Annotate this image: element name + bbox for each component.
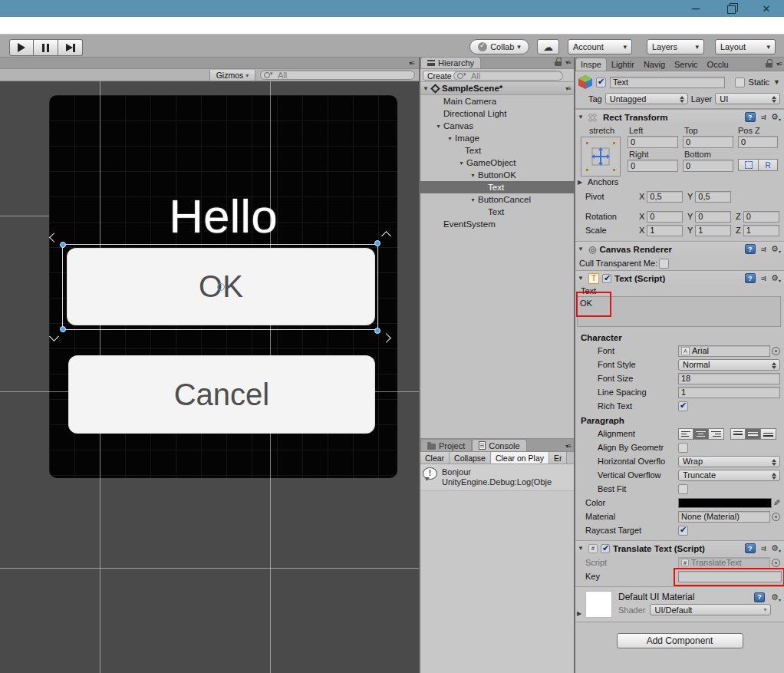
collab-dropdown[interactable]: Collab xyxy=(469,39,529,54)
error-pause-button[interactable]: Er xyxy=(549,452,568,464)
align-right-button[interactable] xyxy=(709,428,724,440)
ok-ui-button[interactable]: OK xyxy=(67,248,375,325)
font-field[interactable]: Arial xyxy=(678,345,770,357)
font-size-field[interactable]: 18 xyxy=(678,373,780,384)
layer-dropdown[interactable]: UI xyxy=(715,93,780,104)
gear-icon[interactable] xyxy=(771,543,781,553)
restore-button[interactable] xyxy=(713,0,749,17)
canvas-renderer-header[interactable]: Canvas Renderer xyxy=(575,241,784,256)
rotation-z-field[interactable]: 0 xyxy=(743,211,779,223)
translate-enabled-checkbox[interactable] xyxy=(601,544,610,553)
hierarchy-item-directional-light[interactable]: Directional Light xyxy=(420,107,574,120)
foldout-arrow[interactable] xyxy=(578,246,585,252)
hierarchy-item-gameobject[interactable]: GameObject xyxy=(420,157,574,169)
layout-dropdown[interactable]: Layout xyxy=(715,39,776,54)
hierarchy-item-eventsystem[interactable]: EventSystem xyxy=(420,218,574,230)
play-button[interactable] xyxy=(9,39,34,56)
line-spacing-field[interactable]: 1 xyxy=(678,387,780,398)
anchors-foldout[interactable]: Anchors xyxy=(578,177,618,186)
clear-on-play-button[interactable]: Clear on Play xyxy=(491,452,549,464)
foldout-arrow[interactable] xyxy=(578,275,585,282)
name-field[interactable]: Text xyxy=(610,77,725,88)
hierarchy-item-text2[interactable]: Text xyxy=(420,206,574,218)
object-picker-icon[interactable] xyxy=(772,559,780,567)
lock-icon[interactable] xyxy=(766,61,772,68)
rotation-y-field[interactable]: 0 xyxy=(695,211,731,223)
help-icon[interactable] xyxy=(745,543,756,553)
help-icon[interactable] xyxy=(745,112,756,122)
foldout-arrow[interactable] xyxy=(436,124,443,129)
hierarchy-item-image[interactable]: Image xyxy=(420,132,574,144)
account-dropdown[interactable]: Account xyxy=(568,39,632,54)
foldout-arrow[interactable] xyxy=(459,160,466,166)
cancel-ui-button[interactable]: Cancel xyxy=(68,355,375,434)
text-script-header[interactable]: Text (Script) xyxy=(575,270,784,285)
collapse-button[interactable]: Collapse xyxy=(450,452,491,464)
text-enabled-checkbox[interactable] xyxy=(602,274,611,283)
vertical-overflow-dropdown[interactable]: Truncate xyxy=(678,470,780,481)
rect-transform-header[interactable]: Rect Transform xyxy=(575,109,784,124)
help-icon[interactable] xyxy=(745,273,756,283)
foldout-arrow[interactable] xyxy=(447,136,455,141)
pivot-y-field[interactable]: 0,5 xyxy=(695,191,731,203)
inspector-panel-menu-icon[interactable] xyxy=(776,61,782,68)
scale-x-field[interactable]: 1 xyxy=(647,225,683,236)
raycast-target-checkbox[interactable] xyxy=(678,526,688,536)
preset-icon[interactable] xyxy=(761,275,766,282)
minimize-button[interactable] xyxy=(678,0,713,17)
foldout-arrow[interactable] xyxy=(470,197,478,203)
left-field[interactable]: 0 xyxy=(628,136,678,148)
tab-hierarchy[interactable]: Hierarchy xyxy=(420,57,481,68)
scene-menu-icon[interactable] xyxy=(565,85,571,92)
preset-icon[interactable] xyxy=(761,114,766,121)
hierarchy-item-canvas[interactable]: Canvas xyxy=(420,120,574,132)
scale-z-field[interactable]: 1 xyxy=(743,225,779,236)
cloud-button[interactable] xyxy=(537,39,559,54)
foldout-arrow[interactable] xyxy=(423,85,430,92)
tab-inspector[interactable]: Inspe xyxy=(575,58,607,71)
cull-transparent-checkbox[interactable] xyxy=(659,259,669,269)
posz-field[interactable]: 0 xyxy=(738,136,778,148)
rotation-x-field[interactable]: 0 xyxy=(647,211,683,223)
right-field[interactable]: 0 xyxy=(628,160,678,172)
material-preview-swatch[interactable] xyxy=(585,591,612,618)
align-left-button[interactable] xyxy=(678,428,693,440)
close-button[interactable] xyxy=(749,0,784,17)
align-top-button[interactable] xyxy=(730,428,746,440)
active-checkbox[interactable] xyxy=(596,78,606,87)
help-icon[interactable] xyxy=(754,592,765,602)
preset-icon[interactable] xyxy=(761,246,766,253)
scene-viewport[interactable]: Hello OK Cancel xyxy=(0,81,419,673)
tab-occlusion[interactable]: Occlu xyxy=(703,58,733,71)
foldout-arrow[interactable] xyxy=(578,114,585,120)
font-style-dropdown[interactable]: Normal xyxy=(678,359,780,371)
anchor-preset-box[interactable] xyxy=(581,137,621,176)
scale-y-field[interactable]: 1 xyxy=(695,225,731,236)
add-component-button[interactable]: Add Component xyxy=(617,633,743,648)
gear-icon[interactable] xyxy=(771,244,781,254)
align-middle-button[interactable] xyxy=(746,428,761,440)
scene-panel-menu-icon[interactable] xyxy=(409,60,414,67)
material-field[interactable]: None (Material) xyxy=(678,511,770,523)
static-checkbox[interactable] xyxy=(735,78,745,87)
object-picker-icon[interactable] xyxy=(772,347,780,355)
pivot-handle[interactable] xyxy=(217,283,225,291)
blueprint-mode-button[interactable] xyxy=(738,159,759,171)
script-field[interactable]: TranslateText xyxy=(678,557,770,569)
hierarchy-item-text-selected[interactable]: Text xyxy=(420,181,574,193)
lock-icon[interactable] xyxy=(555,60,562,66)
hierarchy-search-input[interactable]: All xyxy=(453,71,563,81)
text-value-textarea[interactable]: OK xyxy=(577,296,781,327)
shader-dropdown[interactable]: UI/Default▾ xyxy=(650,604,771,615)
scene-header-row[interactable]: SampleScene* xyxy=(420,82,574,95)
tab-services[interactable]: Servic xyxy=(670,58,703,71)
gear-icon[interactable] xyxy=(771,112,781,122)
hierarchy-item-text[interactable]: Text xyxy=(420,144,574,157)
object-picker-icon[interactable] xyxy=(772,513,780,521)
foldout-arrow[interactable] xyxy=(470,173,478,178)
tab-navigation[interactable]: Navig xyxy=(639,58,670,71)
log-entry[interactable]: Bonjour UnityEngine.Debug:Log(Obje xyxy=(420,464,574,491)
foldout-arrow[interactable] xyxy=(577,610,585,617)
bottom-field[interactable]: 0 xyxy=(683,160,733,172)
rich-text-checkbox[interactable] xyxy=(678,401,688,411)
